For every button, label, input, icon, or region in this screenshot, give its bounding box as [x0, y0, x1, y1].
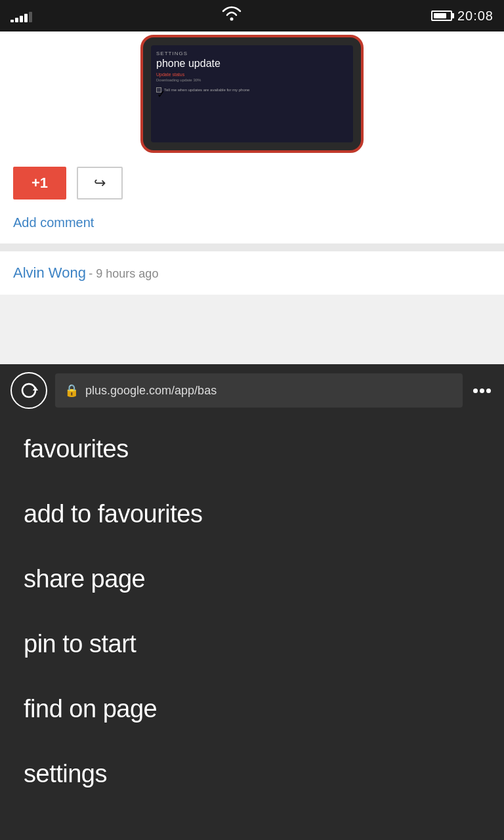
signal-icon: [10, 9, 32, 22]
status-bar: 20:08: [0, 0, 504, 32]
wifi-area: [220, 5, 243, 27]
battery-icon: [431, 10, 452, 21]
signal-bar-4: [24, 14, 28, 22]
share-button[interactable]: ↪: [77, 167, 123, 200]
add-comment-link[interactable]: Add comment: [13, 215, 94, 230]
card-separator: [0, 243, 504, 251]
signal-bar-5: [29, 12, 32, 22]
menu-item-add-to-favourites[interactable]: add to favourites: [0, 482, 504, 547]
menu-item-settings[interactable]: settings: [0, 742, 504, 807]
reload-button[interactable]: [10, 372, 47, 409]
battery-time-area: 20:08: [431, 9, 494, 24]
phone-update-title: phone update: [156, 58, 348, 70]
phone-screen: SETTINGS phone update Update status Down…: [151, 45, 353, 142]
comment-card: Alvin Wong - 9 hours ago: [0, 251, 504, 295]
commenter-name[interactable]: Alvin Wong: [13, 264, 86, 281]
signal-area: [10, 9, 32, 22]
menu-item-find-on-page[interactable]: find on page: [0, 677, 504, 742]
phone-update-desc: Downloading update 30%: [156, 78, 348, 82]
phone-settings-label: SETTINGS: [156, 51, 348, 56]
lock-icon: 🔒: [64, 383, 79, 398]
share-icon: ↪: [94, 175, 106, 192]
url-bar[interactable]: 🔒 plus.google.com/app/bas: [55, 373, 463, 408]
time-display: 20:08: [457, 9, 494, 24]
phone-checkbox-row: ✓ Tell me when updates are available for…: [156, 87, 348, 93]
more-button[interactable]: [471, 386, 494, 396]
browser-chrome: 🔒 plus.google.com/app/bas: [0, 364, 504, 417]
comment-time: - 9 hours ago: [89, 267, 158, 280]
signal-bar-1: [10, 20, 14, 22]
menu-item-share-page[interactable]: share page: [0, 547, 504, 612]
comment-content: Alvin Wong - 9 hours ago: [13, 264, 158, 282]
plus-one-button[interactable]: +1: [13, 167, 66, 200]
signal-bar-2: [15, 18, 18, 22]
dot-3: [486, 388, 491, 393]
dot-1: [473, 388, 478, 393]
svg-point-0: [230, 18, 233, 21]
phone-checkbox-text: Tell me when updates are available for m…: [164, 88, 249, 92]
add-comment-row: Add comment: [0, 210, 504, 243]
wifi-icon: [220, 5, 243, 27]
reload-icon: [20, 381, 38, 400]
signal-bar-3: [20, 16, 23, 22]
action-row: +1 ↪: [0, 156, 504, 210]
webpage-content: SETTINGS phone update Update status Down…: [0, 32, 504, 366]
dropdown-menu: favourites add to favourites share page …: [0, 417, 504, 840]
phone-update-subtitle: Update status: [156, 72, 348, 77]
post-image: SETTINGS phone update Update status Down…: [0, 32, 504, 156]
dot-2: [480, 388, 484, 393]
menu-item-favourites[interactable]: favourites: [0, 417, 504, 482]
phone-checkbox: ✓: [156, 87, 161, 93]
phone-mockup: SETTINGS phone update Update status Down…: [140, 35, 364, 153]
url-text: plus.google.com/app/bas: [85, 384, 453, 398]
post-card: SETTINGS phone update Update status Down…: [0, 32, 504, 243]
menu-item-pin-to-start[interactable]: pin to start: [0, 612, 504, 677]
